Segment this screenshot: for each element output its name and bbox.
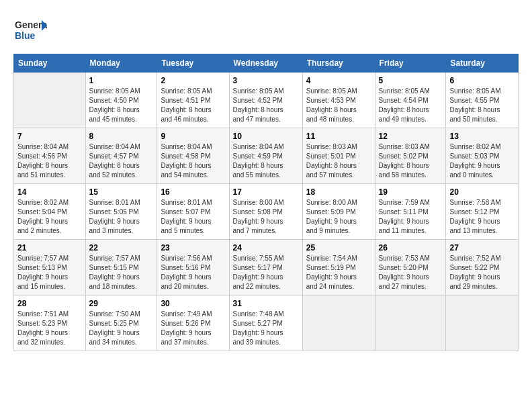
- cell-info: Sunrise: 8:05 AM Sunset: 4:53 PM Dayligh…: [306, 87, 371, 124]
- calendar-day-header: Monday: [85, 54, 157, 73]
- calendar-cell: 3Sunrise: 8:05 AM Sunset: 4:52 PM Daylig…: [229, 73, 302, 128]
- cell-info: Sunrise: 8:05 AM Sunset: 4:54 PM Dayligh…: [379, 87, 443, 124]
- day-number: 2: [161, 76, 225, 85]
- cell-info: Sunrise: 8:05 AM Sunset: 4:50 PM Dayligh…: [89, 87, 154, 124]
- day-number: 17: [233, 187, 299, 197]
- day-number: 26: [379, 243, 443, 253]
- day-number: 15: [89, 187, 154, 197]
- day-number: 31: [233, 299, 299, 308]
- day-number: 3: [233, 76, 299, 85]
- day-number: 14: [17, 187, 82, 197]
- day-number: 23: [161, 243, 225, 253]
- cell-info: Sunrise: 7:59 AM Sunset: 5:11 PM Dayligh…: [379, 198, 443, 236]
- svg-text:Blue: Blue: [15, 30, 36, 41]
- cell-info: Sunrise: 8:04 AM Sunset: 4:59 PM Dayligh…: [233, 142, 299, 180]
- logo-icon: General Blue: [13, 13, 47, 47]
- calendar-cell: 11Sunrise: 8:03 AM Sunset: 5:01 PM Dayli…: [302, 128, 375, 184]
- day-number: 11: [306, 132, 371, 141]
- calendar-cell: 16Sunrise: 8:01 AM Sunset: 5:07 PM Dayli…: [157, 184, 229, 240]
- calendar-week-row: 28Sunrise: 7:51 AM Sunset: 5:23 PM Dayli…: [14, 295, 519, 351]
- calendar-cell: 20Sunrise: 7:58 AM Sunset: 5:12 PM Dayli…: [446, 184, 519, 240]
- calendar-cell: 25Sunrise: 7:54 AM Sunset: 5:19 PM Dayli…: [302, 240, 375, 295]
- day-number: 30: [161, 299, 225, 308]
- cell-info: Sunrise: 7:55 AM Sunset: 5:17 PM Dayligh…: [233, 254, 299, 291]
- calendar-cell: 8Sunrise: 8:04 AM Sunset: 4:57 PM Daylig…: [85, 128, 157, 184]
- calendar-cell: 18Sunrise: 8:00 AM Sunset: 5:09 PM Dayli…: [302, 184, 375, 240]
- cell-info: Sunrise: 8:02 AM Sunset: 5:04 PM Dayligh…: [17, 198, 82, 236]
- day-number: 16: [161, 187, 225, 197]
- calendar-cell: 7Sunrise: 8:04 AM Sunset: 4:56 PM Daylig…: [14, 128, 86, 184]
- day-number: 9: [161, 132, 225, 141]
- cell-info: Sunrise: 7:58 AM Sunset: 5:12 PM Dayligh…: [449, 198, 515, 236]
- cell-info: Sunrise: 8:05 AM Sunset: 4:52 PM Dayligh…: [233, 87, 299, 124]
- cell-info: Sunrise: 8:05 AM Sunset: 4:55 PM Dayligh…: [449, 87, 515, 124]
- day-number: 20: [449, 187, 515, 197]
- calendar-cell: 17Sunrise: 8:00 AM Sunset: 5:08 PM Dayli…: [229, 184, 302, 240]
- cell-info: Sunrise: 8:00 AM Sunset: 5:09 PM Dayligh…: [306, 198, 371, 236]
- cell-info: Sunrise: 8:04 AM Sunset: 4:58 PM Dayligh…: [161, 142, 225, 180]
- day-number: 5: [379, 76, 443, 85]
- cell-info: Sunrise: 8:03 AM Sunset: 5:02 PM Dayligh…: [379, 142, 443, 180]
- calendar-day-header: Thursday: [302, 54, 375, 73]
- day-number: 13: [449, 132, 515, 141]
- calendar-cell: 13Sunrise: 8:02 AM Sunset: 5:03 PM Dayli…: [446, 128, 519, 184]
- calendar-cell: 14Sunrise: 8:02 AM Sunset: 5:04 PM Dayli…: [14, 184, 86, 240]
- calendar-week-row: 14Sunrise: 8:02 AM Sunset: 5:04 PM Dayli…: [14, 184, 519, 240]
- calendar-cell: 24Sunrise: 7:55 AM Sunset: 5:17 PM Dayli…: [229, 240, 302, 295]
- day-number: 22: [89, 243, 154, 253]
- cell-info: Sunrise: 8:04 AM Sunset: 4:57 PM Dayligh…: [89, 142, 154, 180]
- page-header: General Blue: [13, 13, 519, 47]
- calendar-cell: 22Sunrise: 7:57 AM Sunset: 5:15 PM Dayli…: [85, 240, 157, 295]
- calendar-cell: [446, 295, 519, 351]
- cell-info: Sunrise: 8:02 AM Sunset: 5:03 PM Dayligh…: [449, 142, 515, 180]
- calendar-cell: 27Sunrise: 7:52 AM Sunset: 5:22 PM Dayli…: [446, 240, 519, 295]
- calendar-table: SundayMondayTuesdayWednesdayThursdayFrid…: [13, 54, 519, 351]
- calendar-cell: 19Sunrise: 7:59 AM Sunset: 5:11 PM Dayli…: [375, 184, 446, 240]
- day-number: 18: [306, 187, 371, 197]
- calendar-cell: 12Sunrise: 8:03 AM Sunset: 5:02 PM Dayli…: [375, 128, 446, 184]
- day-number: 25: [306, 243, 371, 253]
- calendar-day-header: Friday: [375, 54, 446, 73]
- cell-info: Sunrise: 8:01 AM Sunset: 5:07 PM Dayligh…: [161, 198, 225, 236]
- calendar-cell: 26Sunrise: 7:53 AM Sunset: 5:20 PM Dayli…: [375, 240, 446, 295]
- calendar-cell: 5Sunrise: 8:05 AM Sunset: 4:54 PM Daylig…: [375, 73, 446, 128]
- calendar-cell: 31Sunrise: 7:48 AM Sunset: 5:27 PM Dayli…: [229, 295, 302, 351]
- day-number: 4: [306, 76, 371, 85]
- day-number: 10: [233, 132, 299, 141]
- calendar-cell: 29Sunrise: 7:50 AM Sunset: 5:25 PM Dayli…: [85, 295, 157, 351]
- day-number: 21: [17, 243, 82, 253]
- cell-info: Sunrise: 8:00 AM Sunset: 5:08 PM Dayligh…: [233, 198, 299, 236]
- day-number: 8: [89, 132, 154, 141]
- calendar-cell: 2Sunrise: 8:05 AM Sunset: 4:51 PM Daylig…: [157, 73, 229, 128]
- day-number: 24: [233, 243, 299, 253]
- day-number: 29: [89, 299, 154, 308]
- calendar-day-header: Wednesday: [229, 54, 302, 73]
- calendar-cell: 10Sunrise: 8:04 AM Sunset: 4:59 PM Dayli…: [229, 128, 302, 184]
- calendar-cell: 9Sunrise: 8:04 AM Sunset: 4:58 PM Daylig…: [157, 128, 229, 184]
- cell-info: Sunrise: 7:53 AM Sunset: 5:20 PM Dayligh…: [379, 254, 443, 291]
- calendar-day-header: Tuesday: [157, 54, 229, 73]
- cell-info: Sunrise: 7:48 AM Sunset: 5:27 PM Dayligh…: [233, 310, 299, 347]
- calendar-week-row: 7Sunrise: 8:04 AM Sunset: 4:56 PM Daylig…: [14, 128, 519, 184]
- logo: General Blue: [13, 13, 47, 47]
- calendar-cell: [14, 73, 86, 128]
- calendar-cell: 6Sunrise: 8:05 AM Sunset: 4:55 PM Daylig…: [446, 73, 519, 128]
- calendar-week-row: 21Sunrise: 7:57 AM Sunset: 5:13 PM Dayli…: [14, 240, 519, 295]
- cell-info: Sunrise: 7:54 AM Sunset: 5:19 PM Dayligh…: [306, 254, 371, 291]
- calendar-header-row: SundayMondayTuesdayWednesdayThursdayFrid…: [14, 54, 519, 73]
- calendar-day-header: Saturday: [446, 54, 519, 73]
- calendar-week-row: 1Sunrise: 8:05 AM Sunset: 4:50 PM Daylig…: [14, 73, 519, 128]
- calendar-day-header: Sunday: [14, 54, 86, 73]
- day-number: 27: [449, 243, 515, 253]
- cell-info: Sunrise: 8:04 AM Sunset: 4:56 PM Dayligh…: [17, 142, 82, 180]
- calendar-cell: [375, 295, 446, 351]
- day-number: 28: [17, 299, 82, 308]
- calendar-cell: 21Sunrise: 7:57 AM Sunset: 5:13 PM Dayli…: [14, 240, 86, 295]
- day-number: 19: [379, 187, 443, 197]
- cell-info: Sunrise: 7:57 AM Sunset: 5:15 PM Dayligh…: [89, 254, 154, 291]
- calendar-cell: 1Sunrise: 8:05 AM Sunset: 4:50 PM Daylig…: [85, 73, 157, 128]
- cell-info: Sunrise: 7:51 AM Sunset: 5:23 PM Dayligh…: [17, 310, 82, 347]
- day-number: 6: [449, 76, 515, 85]
- calendar-cell: 15Sunrise: 8:01 AM Sunset: 5:05 PM Dayli…: [85, 184, 157, 240]
- day-number: 7: [17, 132, 82, 141]
